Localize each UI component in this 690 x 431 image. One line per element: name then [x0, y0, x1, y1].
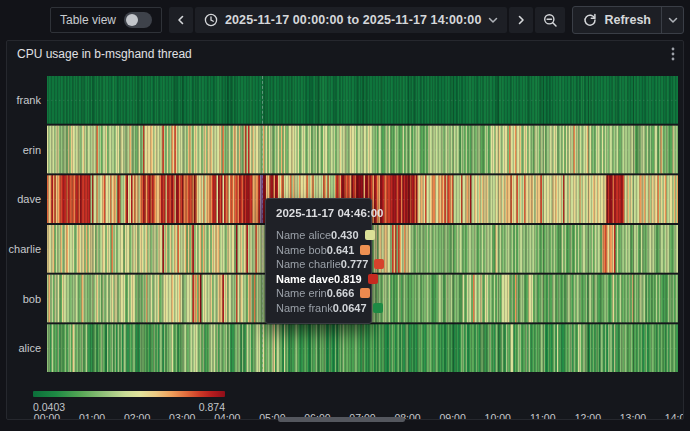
y-axis-label-bob: bob: [7, 293, 41, 305]
chevron-right-icon: [516, 15, 526, 25]
panel-cpu-usage: CPU usage in b-msghand thread frankerind…: [6, 40, 684, 420]
legend-gradient-bar: [33, 391, 225, 397]
color-swatch: [360, 288, 370, 298]
clock-icon: [204, 13, 218, 27]
x-axis-tick: 09:00: [433, 412, 473, 420]
tooltip-row-frank: Name frank 0.0647: [276, 301, 363, 316]
x-axis-tick: 00:00: [27, 412, 67, 420]
zoom-out-icon: [543, 13, 558, 28]
color-swatch: [365, 230, 375, 240]
table-view-switch[interactable]: [124, 12, 152, 28]
top-toolbar: Table view 2025-11-17 00:00:00 to 2025-1…: [0, 0, 690, 40]
x-axis-tick: 11:00: [523, 412, 563, 420]
switch-knob: [126, 14, 138, 26]
x-axis-tick: 13:00: [613, 412, 653, 420]
color-swatch: [374, 259, 384, 269]
chevron-down-icon: [488, 16, 498, 24]
panel-header: CPU usage in b-msghand thread: [7, 41, 683, 67]
chevron-down-icon: [668, 16, 678, 24]
color-legend: 0.0403 0.874: [33, 391, 225, 413]
x-axis-tick: 12:00: [568, 412, 608, 420]
time-range-picker[interactable]: 2025-11-17 00:00:00 to 2025-11-17 14:00:…: [195, 7, 507, 33]
x-axis-tick: 01:00: [72, 412, 112, 420]
color-swatch: [373, 303, 383, 313]
x-axis-tick: 10:00: [478, 412, 518, 420]
time-range-forward-button[interactable]: [509, 7, 533, 33]
chevron-left-icon: [176, 15, 186, 25]
hover-tooltip: 2025-11-17 04:46:00 Name alice 0.430 Nam…: [265, 198, 372, 324]
zoom-out-button[interactable]: [535, 7, 565, 33]
table-view-label: Table view: [60, 13, 116, 27]
tooltip-row-bob: Name bob 0.641: [276, 243, 363, 258]
legend-min-label: 0.0403: [33, 401, 65, 413]
refresh-button[interactable]: Refresh: [573, 7, 661, 33]
table-view-toggle-group[interactable]: Table view: [50, 7, 162, 33]
y-axis-label-charlie: charlie: [7, 243, 41, 255]
color-swatch: [360, 245, 370, 255]
time-range-text: 2025-11-17 00:00:00 to 2025-11-17 14:00:…: [225, 13, 481, 27]
tooltip-row-dave: Name dave 0.819: [276, 272, 363, 287]
legend-max-label: 0.874: [199, 401, 225, 413]
panel-title[interactable]: CPU usage in b-msghand thread: [7, 47, 192, 61]
refresh-icon: [583, 13, 597, 27]
x-axis-tick: 02:00: [117, 412, 157, 420]
y-axis-label-frank: frank: [7, 94, 41, 106]
tooltip-row-alice: Name alice 0.430: [276, 228, 363, 243]
y-axis-label-erin: erin: [7, 144, 41, 156]
y-axis-label-dave: dave: [7, 193, 41, 205]
horizontal-scrollbar-thumb[interactable]: [278, 417, 405, 422]
color-swatch: [368, 274, 378, 284]
tooltip-row-erin: Name erin 0.666: [276, 286, 363, 301]
refresh-label: Refresh: [604, 13, 651, 27]
refresh-group: Refresh: [572, 6, 684, 34]
time-range-back-button[interactable]: [169, 7, 193, 33]
refresh-interval-dropdown[interactable]: [661, 7, 683, 33]
time-picker-group: 2025-11-17 00:00:00 to 2025-11-17 14:00:…: [169, 7, 565, 33]
x-axis-tick: 04:00: [207, 412, 247, 420]
tooltip-timestamp: 2025-11-17 04:46:00: [266, 199, 371, 226]
x-axis-tick: 14:00: [658, 412, 684, 420]
panel-menu-icon[interactable]: [671, 47, 675, 61]
y-axis-labels: frankerindavecharliebobalice: [7, 76, 43, 372]
x-axis-tick: 03:00: [162, 412, 202, 420]
tooltip-row-charlie: Name charlie 0.777: [276, 257, 363, 272]
y-axis-label-alice: alice: [7, 342, 41, 354]
tooltip-rows: Name alice 0.430 Name bob 0.641 Name cha…: [266, 226, 371, 323]
